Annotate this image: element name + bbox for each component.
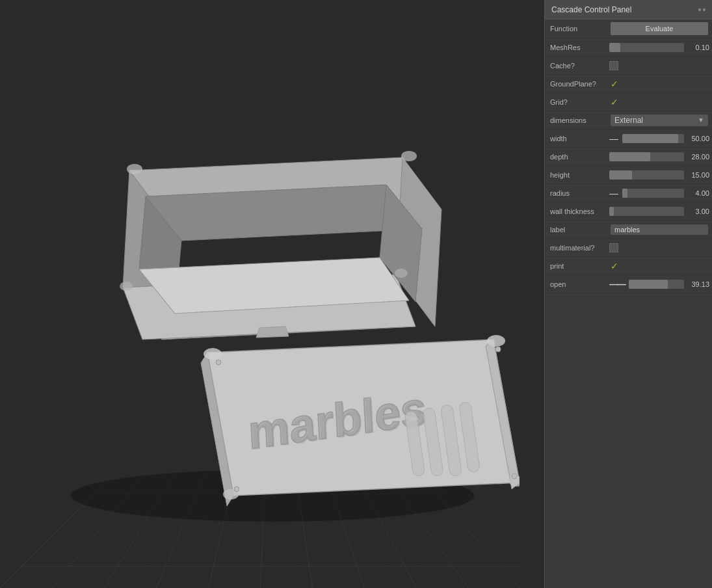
param-value-open[interactable]: ——39.13 (607, 279, 712, 289)
slider-fill-depth (609, 152, 650, 161)
slider-track-open[interactable] (629, 280, 684, 289)
param-value-function[interactable]: Evaluate (607, 21, 712, 36)
slider-track-depth[interactable] (609, 152, 684, 161)
param-value-depth[interactable]: 28.00 (607, 152, 712, 161)
param-label-open: open (545, 280, 607, 288)
evaluate-button[interactable]: Evaluate (611, 22, 708, 35)
param-value-height[interactable]: 15.00 (607, 170, 712, 180)
param-value-wall_thickness[interactable]: 3.00 (607, 207, 712, 216)
slider-track-width[interactable] (622, 134, 684, 143)
dropdown-value-dimensions: External (614, 116, 643, 125)
param-label-width: width (545, 135, 607, 142)
param-row-label: label (545, 220, 712, 239)
param-value-label[interactable] (607, 223, 712, 236)
slider-fill-meshres (609, 43, 620, 52)
param-value-dimensions[interactable]: External▼ (607, 113, 712, 127)
checkbox-groundplane[interactable]: ✓ (609, 79, 620, 89)
slider-value-radius: 4.00 (687, 189, 709, 197)
slider-container-width[interactable]: —50.00 (609, 133, 709, 144)
slider-value-width: 50.00 (687, 135, 709, 142)
param-label-cache: Cache? (545, 62, 607, 70)
checkbox-print[interactable]: ✓ (609, 261, 620, 271)
slider-value-wall_thickness: 3.00 (687, 207, 709, 215)
param-label-dimensions: dimensions (545, 116, 607, 124)
param-label-height: height (545, 171, 607, 179)
param-label-groundplane: GroundPlane? (545, 80, 607, 88)
slider-container-open[interactable]: ——39.13 (609, 279, 709, 289)
param-value-width[interactable]: —50.00 (607, 133, 712, 144)
svg-point-28 (216, 360, 221, 365)
checkbox-grid[interactable]: ✓ (609, 97, 620, 107)
param-value-groundplane[interactable]: ✓ (607, 79, 712, 89)
param-row-open: open——39.13 (545, 275, 712, 293)
slider-container-depth[interactable]: 28.00 (609, 152, 709, 161)
param-label-print: print (545, 262, 607, 270)
svg-point-29 (495, 347, 501, 352)
slider-fill-height (609, 170, 632, 180)
3d-model: marbles marbles (25, 27, 520, 561)
param-row-multimaterial: multimaterial? (545, 239, 712, 257)
slider-container-meshres[interactable]: 0.10 (609, 43, 709, 52)
slider-container-height[interactable]: 15.00 (609, 170, 709, 180)
param-row-width: width—50.00 (545, 129, 712, 148)
slider-container-radius[interactable]: —4.00 (609, 188, 709, 198)
param-label-wall_thickness: wall thickness (545, 207, 607, 215)
slider-value-open: 39.13 (687, 280, 709, 288)
slider-value-height: 15.00 (687, 171, 709, 179)
param-row-cache: Cache? (545, 57, 712, 75)
param-row-grid: Grid?✓ (545, 93, 712, 111)
slider-dash-width: — (609, 133, 618, 144)
param-label-multimaterial: multimaterial? (545, 244, 607, 252)
param-label-function: Function (545, 25, 607, 33)
param-value-meshres[interactable]: 0.10 (607, 43, 712, 52)
rows-container: FunctionEvaluateMeshRes0.10Cache?GroundP… (545, 20, 712, 293)
param-row-radius: radius—4.00 (545, 184, 712, 202)
param-row-depth: depth28.00 (545, 148, 712, 166)
svg-point-31 (512, 474, 517, 479)
svg-point-18 (204, 348, 222, 360)
slider-track-radius[interactable] (622, 189, 684, 198)
slider-track-meshres[interactable] (609, 43, 684, 52)
slider-track-height[interactable] (609, 170, 684, 180)
panel-header: Cascade Control Panel (545, 0, 712, 20)
text-input-label[interactable] (611, 224, 708, 235)
param-row-meshres: MeshRes0.10 (545, 38, 712, 57)
param-value-grid[interactable]: ✓ (607, 97, 712, 107)
param-value-multimaterial[interactable] (607, 243, 712, 252)
slider-track-wall_thickness[interactable] (609, 207, 684, 216)
param-row-groundplane: GroundPlane?✓ (545, 75, 712, 93)
checkbox-cache[interactable] (609, 61, 618, 70)
param-row-height: height15.00 (545, 166, 712, 184)
dropdown-arrow-dimensions: ▼ (698, 116, 704, 124)
model-area: marbles marbles (0, 0, 544, 588)
svg-point-10 (127, 164, 142, 174)
svg-point-13 (395, 269, 408, 278)
param-value-print[interactable]: ✓ (607, 261, 712, 271)
panel-dots[interactable] (698, 8, 705, 11)
slider-dash-radius: — (609, 188, 618, 198)
slider-fill-open (629, 280, 668, 289)
param-row-wall_thickness: wall thickness3.00 (545, 202, 712, 220)
svg-marker-14 (256, 327, 289, 338)
param-value-radius[interactable]: —4.00 (607, 188, 712, 198)
dot2 (703, 8, 705, 11)
param-label-grid: Grid? (545, 98, 607, 106)
svg-point-30 (234, 487, 239, 492)
control-panel: Cascade Control Panel FunctionEvaluateMe… (544, 0, 712, 588)
slider-fill-radius (622, 189, 627, 198)
param-value-cache[interactable] (607, 61, 712, 70)
3d-viewport[interactable]: marbles marbles (0, 0, 544, 588)
panel-title: Cascade Control Panel (551, 5, 631, 14)
slider-container-wall_thickness[interactable]: 3.00 (609, 207, 709, 216)
param-row-function: FunctionEvaluate (545, 20, 712, 38)
slider-dash-open: —— (609, 279, 625, 289)
param-row-dimensions: dimensionsExternal▼ (545, 111, 712, 129)
param-label-label: label (545, 226, 607, 234)
slider-fill-wall_thickness (609, 207, 614, 216)
svg-point-19 (487, 335, 505, 347)
dropdown-dimensions[interactable]: External▼ (611, 114, 708, 126)
checkbox-multimaterial[interactable] (609, 243, 618, 252)
param-label-radius: radius (545, 189, 607, 197)
param-label-meshres: MeshRes (545, 44, 607, 51)
slider-value-meshres: 0.10 (687, 44, 709, 51)
